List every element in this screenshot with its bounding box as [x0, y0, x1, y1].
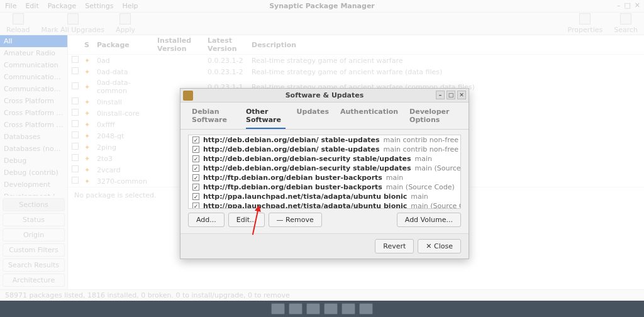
software-updates-dialog: Software & Updates – □ ✕ Debian Software…	[180, 88, 469, 259]
add-volume-button[interactable]: Add Volume...	[397, 213, 461, 227]
software-sources-icon	[183, 91, 193, 101]
source-item[interactable]: ✓http://ftp.debian.org/debian buster-bac…	[189, 173, 460, 182]
taskbar-notes-icon[interactable]	[306, 303, 320, 314]
source-checkbox[interactable]: ✓	[192, 184, 199, 191]
source-item[interactable]: ✓http://deb.debian.org/debian-security s…	[189, 164, 460, 173]
source-item[interactable]: ✓http://deb.debian.org/debian/ stable-up…	[189, 135, 460, 145]
taskbar-browser-icon[interactable]	[324, 303, 338, 314]
source-checkbox[interactable]: ✓	[192, 165, 199, 172]
dialog-minimize-icon[interactable]: –	[436, 91, 445, 99]
dialog-close-icon[interactable]: ✕	[457, 91, 466, 99]
taskbar-synaptic-icon[interactable]	[341, 303, 355, 314]
tab-other-software[interactable]: Other Software	[246, 108, 286, 129]
tab-developer-options[interactable]: Developer Options	[409, 108, 457, 129]
tab-authentication[interactable]: Authentication	[340, 108, 398, 129]
dialog-titlebar: Software & Updates – □ ✕	[180, 89, 469, 103]
add-button[interactable]: Add...	[188, 213, 225, 227]
tab-debian-software[interactable]: Debian Software	[192, 108, 235, 129]
source-item[interactable]: ✓http://ftp.debian.org/debian buster-bac…	[189, 182, 460, 192]
source-item[interactable]: ✓http://ppa.launchpad.net/tista/adapta/u…	[189, 192, 460, 201]
dialog-title: Software & Updates	[286, 91, 364, 99]
source-checkbox[interactable]: ✓	[192, 193, 199, 200]
taskbar-files-icon[interactable]	[271, 303, 285, 314]
tab-updates[interactable]: Updates	[297, 108, 329, 129]
source-checkbox[interactable]: ✓	[192, 174, 199, 181]
dialog-maximize-icon[interactable]: □	[447, 91, 455, 99]
source-list[interactable]: ✓http://deb.debian.org/debian/ stable-up…	[188, 135, 461, 209]
source-checkbox[interactable]: ✓	[192, 146, 199, 153]
source-item[interactable]: ✓http://ppa.launchpad.net/tista/adapta/u…	[189, 201, 460, 209]
edit-button[interactable]: Edit...	[228, 213, 265, 227]
source-checkbox[interactable]: ✓	[192, 155, 199, 162]
close-button[interactable]: ✕ Close	[418, 239, 461, 253]
revert-button[interactable]: Revert	[375, 239, 414, 253]
taskbar	[0, 301, 644, 317]
source-item[interactable]: ✓http://deb.debian.org/debian/ stable-up…	[189, 145, 460, 154]
source-item[interactable]: ✓http://deb.debian.org/debian-security s…	[189, 154, 460, 164]
taskbar-folder-icon[interactable]	[359, 303, 373, 314]
dialog-tabs: Debian SoftwareOther SoftwareUpdatesAuth…	[180, 103, 469, 130]
remove-button[interactable]: — Remove	[269, 213, 322, 227]
source-checkbox[interactable]: ✓	[192, 203, 199, 209]
source-checkbox[interactable]: ✓	[192, 136, 199, 143]
taskbar-terminal-icon[interactable]	[289, 303, 303, 314]
